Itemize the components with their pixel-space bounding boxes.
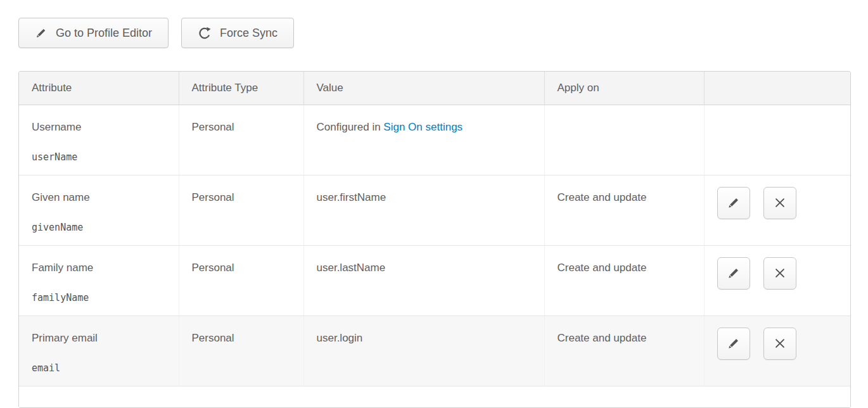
edit-attribute-button[interactable] [717,187,750,219]
attribute-variable: familyName [32,292,166,303]
attribute-label: Given name [32,191,166,204]
attribute-label: Username [32,121,166,134]
go-to-profile-editor-label: Go to Profile Editor [56,27,152,40]
attribute-variable: userName [32,151,166,163]
close-icon [773,336,787,350]
table-row: Username userName Personal Configured in… [19,105,850,175]
force-sync-button[interactable]: Force Sync [181,18,294,48]
toolbar: Go to Profile Editor Force Sync [18,18,868,48]
attribute-cell: Primary email email [19,316,179,386]
attribute-cell: Given name givenName [19,175,179,245]
force-sync-label: Force Sync [220,27,278,40]
pencil-icon [727,266,741,280]
table-header-row: Attribute Attribute Type Value Apply on [19,72,850,105]
attribute-type-cell: Personal [179,105,303,175]
table-row [19,386,850,407]
actions-cell [704,245,850,316]
sign-on-settings-link[interactable]: Sign On settings [383,121,463,133]
attribute-cell: Username userName [19,105,179,175]
value-cell: user.firstName [303,175,544,245]
delete-attribute-button[interactable] [763,257,796,290]
edit-attribute-button[interactable] [717,328,750,360]
table-row: Primary email email Personal user.login … [19,316,850,386]
attribute-variable: email [32,362,166,374]
refresh-icon [198,26,212,40]
apply-on-cell [544,105,704,175]
attribute-mapping-table: Attribute Attribute Type Value Apply on … [18,71,851,408]
value-prefix-text: Configured in [317,121,384,133]
actions-cell [704,105,850,175]
column-header-apply-on: Apply on [544,72,704,105]
table-row: Family name familyName Personal user.las… [19,245,850,316]
value-cell: Configured in Sign On settings [303,105,544,175]
attribute-variable: givenName [32,222,166,233]
pencil-icon [727,336,741,350]
close-icon [773,266,787,280]
actions-cell [704,316,850,386]
attribute-type-cell: Personal [179,175,303,245]
delete-attribute-button[interactable] [763,328,796,360]
pencil-icon [727,196,741,210]
value-cell: user.lastName [303,245,544,316]
column-header-value: Value [303,72,544,105]
apply-on-cell: Create and update [544,316,704,386]
empty-cell [19,386,850,407]
column-header-actions [704,72,850,105]
pencil-icon [35,27,48,39]
attribute-cell: Family name familyName [19,245,179,316]
delete-attribute-button[interactable] [763,187,796,219]
close-icon [773,196,787,210]
column-header-attribute: Attribute [19,72,179,105]
go-to-profile-editor-button[interactable]: Go to Profile Editor [18,18,169,48]
attribute-label: Family name [32,262,166,274]
apply-on-cell: Create and update [544,245,704,316]
actions-cell [704,175,850,245]
column-header-attribute-type: Attribute Type [179,72,303,105]
edit-attribute-button[interactable] [717,257,750,290]
apply-on-cell: Create and update [544,175,704,245]
table-row: Given name givenName Personal user.first… [19,175,850,245]
attribute-type-cell: Personal [179,245,303,316]
attribute-type-cell: Personal [179,316,303,386]
attribute-label: Primary email [32,332,166,345]
value-cell: user.login [303,316,544,386]
